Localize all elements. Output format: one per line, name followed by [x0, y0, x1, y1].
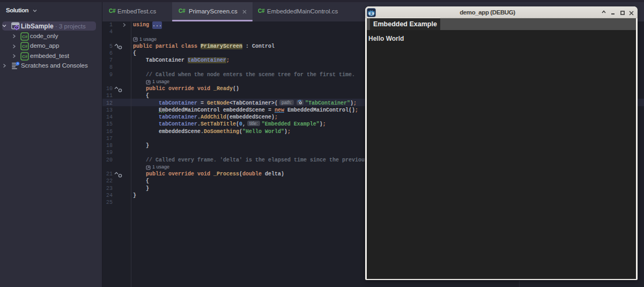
svg-text:C#: C# [22, 54, 28, 59]
svg-text:C#: C# [22, 44, 28, 49]
svg-text:C#: C# [22, 34, 28, 39]
